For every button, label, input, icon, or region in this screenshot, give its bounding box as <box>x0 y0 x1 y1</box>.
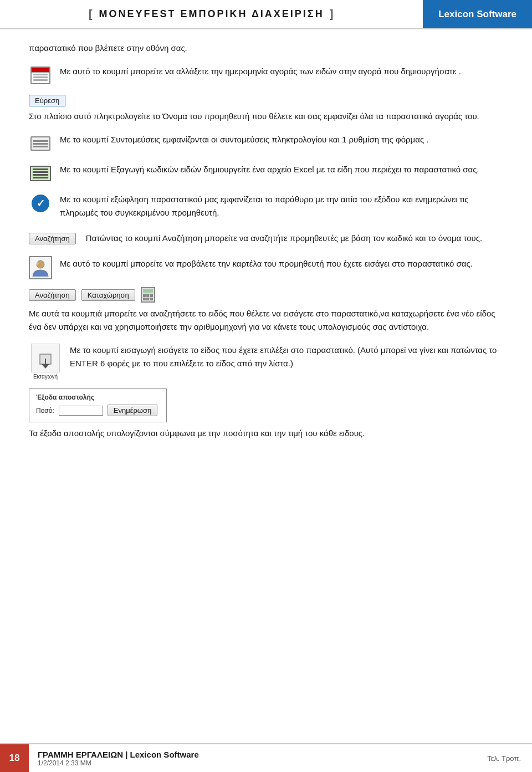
excel-icon-box <box>29 163 52 184</box>
keyboard-icon-box <box>29 133 52 154</box>
section-6: Αναζήτηση Πατώντας το κουμπί Αναζήτηση μ… <box>29 232 503 248</box>
footer-right-text: Τελ. Τροπ. <box>476 744 532 772</box>
person-icon <box>29 256 52 279</box>
shipping-row: Ποσό: Ενημέρωση <box>36 405 160 416</box>
intro-section: παραστατικό που βλέπετε στην οθόνη σας. <box>29 42 503 55</box>
section-2: Εύρεση Στο πλαίσιο αυτό πληκτρολογείτε τ… <box>29 95 503 123</box>
excel-icon <box>30 166 51 181</box>
header-title-area: [ MONEYFEST ΕΜΠΟΡΙΚΗ ΔΙΑΧΕΙΡΙΣΗ ] <box>0 0 423 28</box>
section-5: ✓ Με το κουμπί εξώφληση παραστατικού μας… <box>29 193 503 223</box>
section-1: Με αυτό το κουμπί μπορείτε να αλλάξετε τ… <box>29 65 503 86</box>
section4-text: Με το κουμπί Εξαγωγή κωδικών ειδών δημιο… <box>60 163 479 176</box>
calendar-icon <box>30 67 50 84</box>
kataxorisi-button[interactable]: Καταχώρηση <box>81 289 135 301</box>
section9-text: Με το κουμπί εισαγωγή εισάγετε το είδος … <box>70 344 503 370</box>
section-10: Έξοδα αποστολής Ποσό: Ενημέρωση Τα έξοδα… <box>29 388 503 440</box>
section3-text: Με το κουμπί Συντομεύσεις εμφανίζονται ο… <box>60 133 428 146</box>
poso-label: Ποσό: <box>36 407 54 415</box>
enimerosi-button[interactable]: Ενημέρωση <box>108 405 158 416</box>
svg-point-1 <box>35 262 39 265</box>
section2-text: Στο πλαίσιο αυτό πληκτρολογείτε το Όνομα… <box>29 110 503 123</box>
footer-center: ΓΡΑΜΜΗ ΕΡΓΑΛΕΙΩΝ | Lexicon Software 1/2/… <box>29 744 476 772</box>
section-9: Εισαγωγή Με το κουμπί εισαγωγή εισάγετε … <box>29 344 503 380</box>
header-title: MONEYFEST ΕΜΠΟΡΙΚΗ ΔΙΑΧΕΙΡΙΣΗ <box>99 8 324 20</box>
poso-input[interactable] <box>59 406 103 416</box>
page-number: 18 <box>0 744 29 772</box>
section7-text: Με αυτό το κουμπί μπορείτε να προβάλετε … <box>60 257 473 270</box>
shipping-box-title: Έξοδα αποστολής <box>36 393 160 401</box>
section6-text: Πατώντας το κουμπί Αναζήτηση μπορείτε να… <box>86 232 482 245</box>
section-3: Με το κουμπί Συντομεύσεις εμφανίζονται ο… <box>29 133 503 154</box>
section-8: Αναζήτηση Καταχώρηση Με αυτά τα κουμπιά … <box>29 287 503 334</box>
anazitisi-button-2[interactable]: Αναζήτηση <box>29 289 76 301</box>
section10-text: Τα έξοδα αποστολής υπολογίζονται σύμφωνα… <box>29 427 503 440</box>
bracket-right-icon: ] <box>330 8 335 21</box>
keyboard-icon <box>30 136 50 151</box>
section1-text: Με αυτό το κουμπί μπορείτε να αλλάξετε τ… <box>60 65 461 78</box>
section5-text: Με το κουμπί εξώφληση παραστατικού μας ε… <box>60 193 503 219</box>
intro-text: παραστατικό που βλέπετε στην οθόνη σας. <box>29 42 503 55</box>
section-7: Με αυτό το κουμπί μπορείτε να προβάλετε … <box>29 257 503 278</box>
import-icon <box>31 344 60 372</box>
footer-title: ΓΡΑΜΜΗ ΕΡΓΑΛΕΙΩΝ | Lexicon Software <box>38 750 467 759</box>
bracket-left-icon: [ <box>89 8 94 21</box>
anazitisi-button-1[interactable]: Αναζήτηση <box>29 233 76 244</box>
page-header: [ MONEYFEST ΕΜΠΟΡΙΚΗ ΔΙΑΧΕΙΡΙΣΗ ] Lexico… <box>0 0 532 29</box>
circle-icon-box: ✓ <box>29 193 52 214</box>
footer-date: 1/2/2014 2:33 ΜΜ <box>38 759 467 767</box>
svg-marker-3 <box>42 364 49 369</box>
shipping-costs-box: Έξοδα αποστολής Ποσό: Ενημέρωση <box>29 388 167 422</box>
page-footer: 18 ΓΡΑΜΜΗ ΕΡΓΑΛΕΙΩΝ | Lexicon Software 1… <box>0 743 532 772</box>
exit-circle-icon: ✓ <box>32 195 49 212</box>
section8-text: Με αυτά τα κουμπιά μπορείτε να αναζητήσε… <box>29 307 503 334</box>
import-label: Εισαγωγή <box>33 374 58 380</box>
page-content: παραστατικό που βλέπετε στην οθόνη σας. … <box>0 29 532 461</box>
section-4: Με το κουμπί Εξαγωγή κωδικών ειδών δημιο… <box>29 163 503 184</box>
header-brand: Lexicon Software <box>423 0 532 28</box>
calculator-icon <box>141 287 155 303</box>
person-icon-box <box>29 257 52 278</box>
calendar-icon-box <box>29 65 52 86</box>
euresi-label: Εύρεση <box>29 95 65 106</box>
